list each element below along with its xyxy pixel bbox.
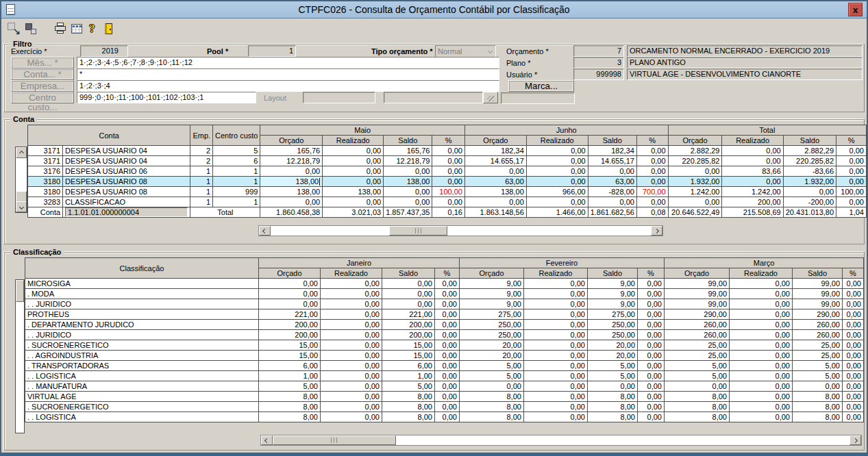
value-cell[interactable]: 1.932,00: [783, 177, 836, 187]
mes-button[interactable]: Mês... *: [11, 57, 74, 68]
value-cell[interactable]: 5,00: [665, 371, 730, 381]
value-cell[interactable]: 0,00: [836, 166, 867, 177]
value-cell[interactable]: 8,00: [588, 392, 638, 402]
classificacao-name-cell[interactable]: . . LOGISTICA: [25, 371, 259, 381]
value-cell[interactable]: 9,00: [460, 299, 524, 309]
value-cell[interactable]: 290,00: [793, 309, 843, 320]
conta-name-cell[interactable]: DESPESA USUARIO 04: [63, 146, 190, 156]
value-cell[interactable]: 0,00: [432, 166, 465, 177]
centro-custo-button[interactable]: Centro custo...: [11, 92, 74, 103]
value-cell[interactable]: 9,00: [460, 279, 524, 289]
value-cell[interactable]: 138,00: [260, 187, 323, 197]
value-cell[interactable]: 250,00: [588, 330, 638, 340]
value-cell[interactable]: 8,00: [259, 412, 321, 422]
value-cell[interactable]: 0,00: [432, 197, 465, 207]
value-cell[interactable]: 0,00: [435, 340, 460, 351]
value-cell[interactable]: 5,00: [588, 361, 638, 371]
value-cell[interactable]: 290,00: [665, 309, 730, 320]
layout-desc-field[interactable]: [384, 92, 483, 103]
value-cell[interactable]: 0,00: [638, 371, 665, 381]
conta-name-cell[interactable]: DESPESA USUARIO 08: [63, 187, 190, 197]
value-cell[interactable]: 0,00: [665, 381, 730, 392]
value-cell[interactable]: 15,00: [259, 340, 321, 351]
pool-field[interactable]: 1: [248, 45, 296, 57]
classificacao-name-cell[interactable]: . . AGROINDUSTRIA: [25, 351, 259, 361]
value-cell[interactable]: 0,00: [638, 340, 665, 351]
value-cell[interactable]: 0,00: [435, 320, 460, 330]
value-cell[interactable]: 1.242,00: [722, 187, 783, 197]
value-cell[interactable]: 0,00: [323, 156, 384, 166]
value-cell[interactable]: 0,00: [588, 381, 638, 392]
value-cell[interactable]: 8,00: [382, 392, 435, 402]
value-cell[interactable]: 6,00: [382, 361, 435, 371]
value-cell[interactable]: 0,00: [526, 146, 588, 156]
emp-cell[interactable]: 1: [190, 166, 213, 177]
value-cell[interactable]: 275,00: [588, 309, 638, 320]
conta-account-field[interactable]: 1.1.01.01.000000004: [65, 207, 188, 217]
value-cell[interactable]: 0,00: [638, 351, 665, 361]
value-cell[interactable]: 0,00: [432, 156, 465, 166]
value-cell[interactable]: 0,00: [321, 412, 382, 422]
value-cell[interactable]: 0,00: [464, 197, 526, 207]
value-cell[interactable]: 0,00: [638, 392, 665, 402]
centro-custo-cell[interactable]: 1: [213, 177, 260, 187]
value-cell[interactable]: 25,00: [665, 351, 730, 361]
value-cell[interactable]: 0,00: [321, 320, 382, 330]
value-cell[interactable]: 1,00: [259, 371, 321, 381]
mes-field[interactable]: 1·;2·;3·;4·;5·;6·;7·;8·;9·;10·;11·;12: [77, 57, 499, 68]
conta-code-cell[interactable]: 3171: [28, 156, 63, 166]
value-cell[interactable]: 0,00: [843, 412, 864, 422]
value-cell[interactable]: 0,00: [730, 340, 793, 351]
value-cell[interactable]: 5,00: [259, 381, 321, 392]
value-cell[interactable]: 0,00: [321, 330, 382, 340]
classificacao-vertical-scrollbar[interactable]: [15, 279, 25, 433]
value-cell[interactable]: 8,00: [259, 392, 321, 402]
value-cell[interactable]: 0,00: [524, 371, 588, 381]
send-to-window-icon[interactable]: ↘: [7, 22, 21, 36]
value-cell[interactable]: 25,00: [665, 340, 730, 351]
classificacao-name-cell[interactable]: . TRANSPORTADORAS: [25, 361, 259, 371]
value-cell[interactable]: 12.218,79: [260, 156, 323, 166]
value-cell[interactable]: 260,00: [793, 320, 843, 330]
layout-code-field[interactable]: [303, 92, 375, 103]
value-cell[interactable]: 0,00: [730, 279, 793, 289]
value-cell[interactable]: 0,00: [524, 381, 588, 392]
value-cell[interactable]: 0,00: [638, 320, 665, 330]
value-cell[interactable]: 0,00: [435, 309, 460, 320]
value-cell[interactable]: 99,00: [665, 289, 730, 299]
value-cell[interactable]: 8,00: [382, 402, 435, 412]
value-cell[interactable]: 0,00: [524, 330, 588, 340]
conta-code-cell[interactable]: 3283: [28, 197, 63, 207]
value-cell[interactable]: 0,00: [730, 402, 793, 412]
value-cell[interactable]: 0,00: [435, 402, 460, 412]
value-cell[interactable]: 0,00: [843, 289, 864, 299]
classificacao-name-cell[interactable]: PROTHEUS: [25, 309, 259, 320]
value-cell[interactable]: 100,00: [432, 187, 465, 197]
value-cell[interactable]: 99,00: [665, 299, 730, 309]
value-cell[interactable]: 83,66: [722, 166, 783, 177]
value-cell[interactable]: 9,00: [588, 289, 638, 299]
classificacao-name-cell[interactable]: MICROSIGA: [25, 279, 259, 289]
scroll-left-button[interactable]: [259, 226, 271, 236]
scroll-up-button[interactable]: [16, 147, 27, 158]
value-cell[interactable]: 0,00: [321, 351, 382, 361]
value-cell[interactable]: 0,00: [321, 299, 382, 309]
value-cell[interactable]: 0,00: [588, 197, 636, 207]
value-cell[interactable]: 0,00: [722, 156, 783, 166]
value-cell[interactable]: 8,00: [793, 392, 843, 402]
value-cell[interactable]: 0,00: [843, 381, 864, 392]
value-cell[interactable]: 250,00: [460, 330, 524, 340]
value-cell[interactable]: 100,00: [836, 187, 867, 197]
value-cell[interactable]: -83,66: [783, 166, 836, 177]
value-cell[interactable]: 0,00: [321, 381, 382, 392]
value-cell[interactable]: 0,00: [730, 412, 793, 422]
value-cell[interactable]: 0,00: [384, 197, 432, 207]
value-cell[interactable]: 0,00: [526, 177, 588, 187]
value-cell[interactable]: 0,00: [384, 166, 432, 177]
value-cell[interactable]: 165,76: [384, 146, 432, 156]
value-cell[interactable]: 0,00: [836, 156, 867, 166]
value-cell[interactable]: 0,00: [382, 289, 435, 299]
value-cell[interactable]: 0,00: [836, 177, 867, 187]
value-cell[interactable]: 0,00: [638, 412, 665, 422]
value-cell[interactable]: 0,00: [323, 166, 384, 177]
